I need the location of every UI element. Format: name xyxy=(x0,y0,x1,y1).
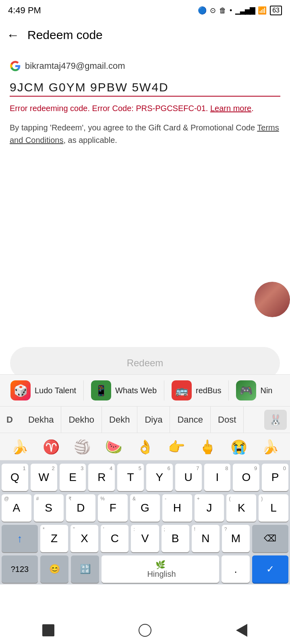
leaf-icon: 🌿 xyxy=(155,560,166,570)
space-key[interactable]: 🌿 Hinglish xyxy=(102,555,219,583)
emoji-row: 🍌 ♈ 🏐 🍉 👌 👉 🖕 😭 🍌 xyxy=(0,433,290,460)
status-time: 4:49 PM xyxy=(8,5,41,16)
key-d[interactable]: ₹ D xyxy=(66,494,96,522)
ludo-name: Ludo Talent xyxy=(35,386,76,395)
wifi-icon: 📶 xyxy=(258,6,267,15)
code-input-wrapper[interactable] xyxy=(10,80,280,97)
learn-more-link[interactable]: Learn more xyxy=(210,104,251,113)
app-suggestions-bar: 🎲 Ludo Talent 📱 Whats Web 🚌 redBus 🎮 Ni xyxy=(0,374,290,407)
page-title: Redeem code xyxy=(27,28,103,42)
nin-icon: 🎮 xyxy=(236,380,256,400)
key-h[interactable]: - H xyxy=(162,494,192,522)
word-suggestion-0[interactable]: Dekha xyxy=(21,407,62,433)
emoji-aries[interactable]: ♈ xyxy=(43,439,60,455)
status-bar: 4:49 PM 🔵 ⊙ 🗑 • ▁▃▅▇ 📶 63 xyxy=(0,0,290,21)
battery-icon: 63 xyxy=(270,6,282,15)
key-f[interactable]: % F xyxy=(98,494,128,522)
app-item-whatsweb[interactable]: 📱 Whats Web xyxy=(84,377,164,404)
key-n[interactable]: ! N xyxy=(192,525,220,552)
translate-icon: 🔡 xyxy=(80,564,91,574)
whatsweb-name: Whats Web xyxy=(115,386,157,395)
word-suggestion-3[interactable]: Diya xyxy=(137,407,170,433)
key-v[interactable]: : V xyxy=(131,525,159,552)
key-a[interactable]: @ A xyxy=(2,494,31,522)
enter-key[interactable]: ✓ xyxy=(252,555,288,583)
top-bar: ← Redeem code xyxy=(0,21,290,49)
nin-name: Nin xyxy=(260,386,272,395)
translate-key[interactable]: 🔡 xyxy=(71,555,99,583)
status-icons: 🔵 ⊙ 🗑 • ▁▃▅▇ 📶 63 xyxy=(198,6,282,15)
nav-triangle-icon xyxy=(236,624,247,637)
space-label: Hinglish xyxy=(147,570,176,579)
emoji-ok[interactable]: 👌 xyxy=(137,439,153,455)
dot-icon: • xyxy=(230,6,232,15)
emoji-banana2[interactable]: 🍌 xyxy=(262,439,279,455)
word-suggestion-1[interactable]: Dekho xyxy=(61,407,102,433)
shift-icon: ↑ xyxy=(17,533,23,545)
emoji-watermelon[interactable]: 🍉 xyxy=(105,439,122,455)
emoji-banana[interactable]: 🍌 xyxy=(11,439,28,455)
floating-avatar xyxy=(255,282,290,317)
messenger-icon: 🔵 xyxy=(198,6,207,15)
emoji-point[interactable]: 👉 xyxy=(168,439,185,455)
key-w[interactable]: 2 W xyxy=(31,464,57,491)
key-p[interactable]: 0 P xyxy=(262,464,288,491)
avatar-image xyxy=(255,282,290,317)
back-button[interactable]: ← xyxy=(6,28,19,43)
nav-square-icon xyxy=(42,624,54,636)
key-x[interactable]: " X xyxy=(70,525,98,552)
nav-circle-icon xyxy=(139,624,151,637)
account-email: bikramtaj479@gmail.com xyxy=(25,61,125,71)
backspace-key[interactable]: ⌫ xyxy=(252,525,288,552)
nav-square-button[interactable] xyxy=(36,622,60,638)
app-item-redbus[interactable]: 🚌 redBus xyxy=(164,377,228,404)
dot-key[interactable]: . xyxy=(222,555,250,583)
signal-icon: ▁▃▅▇ xyxy=(235,6,255,15)
word-suggestion-2[interactable]: Dekh xyxy=(102,407,137,433)
key-e[interactable]: 3 E xyxy=(60,464,86,491)
code-input[interactable] xyxy=(10,80,280,94)
nav-home-button[interactable] xyxy=(133,622,157,638)
keyboard-row-1: 1 Q 2 W 3 E 4 R 5 T 6 Y xyxy=(2,464,288,491)
redbus-icon: 🚌 xyxy=(172,380,192,400)
word-suggestion-4[interactable]: Dance xyxy=(170,407,211,433)
keyboard-row-3: ↑ * Z " X ' C : V ; B ! xyxy=(2,525,288,552)
key-i[interactable]: 8 I xyxy=(204,464,231,491)
key-g[interactable]: & G xyxy=(130,494,160,522)
key-b[interactable]: ; B xyxy=(162,525,189,552)
redbus-name: redBus xyxy=(196,386,221,395)
num-toggle-key[interactable]: ?123 xyxy=(2,555,38,583)
key-y[interactable]: 6 Y xyxy=(146,464,173,491)
main-content: bikramtaj479@gmail.com Error redeeming c… xyxy=(0,49,290,155)
word-suggestion-5[interactable]: Dost xyxy=(211,407,244,433)
terms-text: By tapping 'Redeem', you agree to the Gi… xyxy=(10,122,280,147)
emoji-volleyball[interactable]: 🏐 xyxy=(74,439,91,455)
emoji-cry[interactable]: 😭 xyxy=(230,439,247,455)
whatsweb-icon: 📱 xyxy=(91,380,111,400)
key-m[interactable]: ? M xyxy=(222,525,250,552)
word-emoji-toggle[interactable]: 🐰 xyxy=(264,410,287,430)
key-c[interactable]: ' C xyxy=(101,525,128,552)
key-o[interactable]: 9 O xyxy=(233,464,259,491)
camera-icon: ⊙ xyxy=(210,6,216,15)
key-l[interactable]: ) L xyxy=(259,494,288,522)
key-u[interactable]: 7 U xyxy=(175,464,202,491)
nav-back-button[interactable] xyxy=(230,622,254,638)
key-t[interactable]: 5 T xyxy=(117,464,144,491)
key-q[interactable]: 1 Q xyxy=(2,464,28,491)
key-r[interactable]: 4 R xyxy=(88,464,115,491)
enter-icon: ✓ xyxy=(266,564,274,575)
emoji-finger[interactable]: 🖕 xyxy=(199,439,216,455)
word-suggestions-bar: D Dekha Dekho Dekh Diya Dance Dost 🐰 xyxy=(0,407,290,433)
key-z[interactable]: * Z xyxy=(40,525,68,552)
ludo-icon: 🎲 xyxy=(10,380,31,400)
app-item-ludo[interactable]: 🎲 Ludo Talent xyxy=(3,377,83,404)
emoji-key[interactable]: 😊 xyxy=(40,555,68,583)
error-message: Error redeeming code. Error Code: PRS-PG… xyxy=(10,102,280,114)
account-row: bikramtaj479@gmail.com xyxy=(10,60,280,72)
key-s[interactable]: # S xyxy=(34,494,64,522)
key-j[interactable]: + J xyxy=(195,494,224,522)
app-item-nin[interactable]: 🎮 Nin xyxy=(229,377,280,404)
shift-key[interactable]: ↑ xyxy=(2,525,38,552)
key-k[interactable]: ( K xyxy=(226,494,256,522)
